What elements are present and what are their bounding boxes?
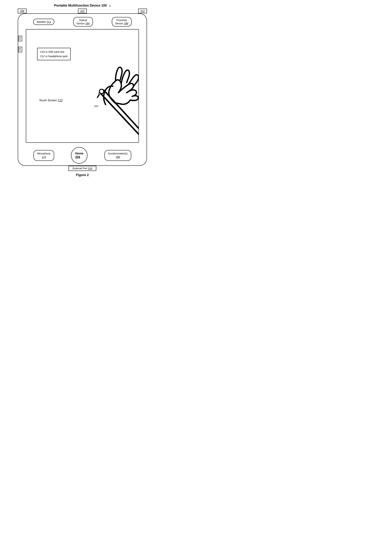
external-port-label: External Port 124 bbox=[72, 167, 92, 170]
proximity-sensor-box: ProximitySensor 166 bbox=[112, 17, 132, 27]
microphone-box: Microphone113 bbox=[33, 150, 54, 161]
page-title: Portable Multifunction Device 100 bbox=[54, 4, 107, 8]
annotation-line2: 212 is headphone jack bbox=[40, 54, 68, 58]
connector-210: 210 bbox=[78, 9, 87, 13]
top-connectors-row: 206 210 212 bbox=[18, 9, 147, 13]
accelerometer-box: Accelerometer(s)168 bbox=[105, 150, 131, 161]
external-port-row: External Port 124 bbox=[37, 166, 127, 171]
figure-label: Figure 2 bbox=[76, 173, 89, 177]
speaker-label: Speaker 111 bbox=[37, 20, 51, 23]
stylus-drawing bbox=[85, 87, 139, 139]
page-container: Portable Multifunction Device 100 ↘ 206 … bbox=[7, 4, 157, 177]
connector-212: 212 bbox=[138, 9, 147, 13]
side-label-208-bottom: 208 bbox=[18, 47, 22, 52]
svg-line-1 bbox=[104, 90, 139, 132]
optical-label: OpticalSensor 164 bbox=[76, 18, 90, 25]
device-outline: 208 208 Speaker 111 OpticalSensor 164 Pr… bbox=[18, 13, 147, 166]
connector-206: 206 bbox=[18, 9, 26, 13]
microphone-label: Microphone113 bbox=[37, 152, 51, 159]
external-port-box: External Port 124 bbox=[68, 166, 96, 171]
connector-212-label: 212 bbox=[140, 9, 144, 12]
side-label-208-top: 208 bbox=[18, 36, 22, 41]
annotation-box: 210 is SIM card slot 212 is headphone ja… bbox=[37, 48, 70, 60]
annotation-line1: 210 is SIM card slot bbox=[40, 50, 68, 54]
home-button[interactable]: Home204 bbox=[71, 147, 88, 164]
optical-sensor-box: OpticalSensor 164 bbox=[73, 17, 93, 27]
speaker-box: Speaker 111 bbox=[33, 19, 54, 25]
svg-line-3 bbox=[97, 95, 99, 97]
bottom-row: Microphone113 Home204 Accelerometer(s)16… bbox=[26, 145, 139, 165]
connector-210-label: 210 bbox=[80, 9, 84, 12]
side-labels-left: 208 208 bbox=[18, 36, 22, 52]
home-label: Home204 bbox=[75, 152, 83, 159]
connector-206-label: 206 bbox=[20, 9, 24, 12]
accelerometer-label: Accelerometer(s)168 bbox=[108, 152, 128, 159]
screen-area: 200 210 is SIM card slot 212 is headphon… bbox=[26, 29, 139, 143]
svg-line-0 bbox=[100, 93, 139, 135]
touch-screen-label: Touch Screen 112 bbox=[39, 99, 63, 102]
title-arrow-icon: ↘ bbox=[108, 4, 111, 7]
proximity-label: ProximitySensor 166 bbox=[115, 18, 128, 25]
svg-point-2 bbox=[99, 89, 104, 94]
sensor-row: Speaker 111 OpticalSensor 164 ProximityS… bbox=[24, 14, 140, 28]
title-area: Portable Multifunction Device 100 ↘ bbox=[7, 4, 157, 8]
